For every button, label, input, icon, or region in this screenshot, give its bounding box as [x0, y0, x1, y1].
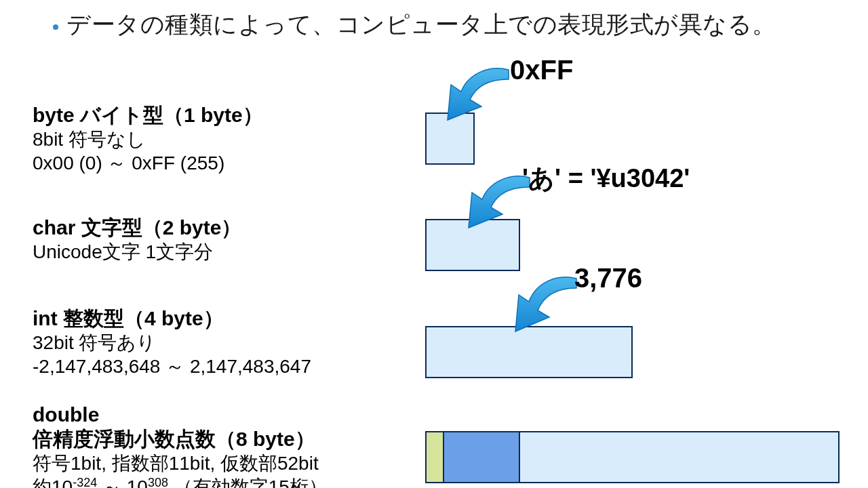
type-block-double: double 倍精度浮動小数点数（8 byte） 符号1bit, 指数部11bi… — [33, 403, 328, 488]
type-line1-double: 符号1bit, 指数部11bit, 仮数部52bit — [33, 451, 328, 475]
dbl-l2-sup2: 308 — [148, 476, 168, 488]
type-block-int: int 整数型（4 byte） 32bit 符号あり -2,147,483,64… — [33, 306, 311, 378]
double-sign-segment — [427, 432, 444, 482]
double-mantissa-segment — [520, 432, 838, 482]
type-title-byte: byte バイト型（1 byte） — [33, 103, 263, 127]
bullet-dot-icon — [53, 24, 58, 30]
dbl-l2-mid: ～ 10 — [97, 476, 148, 488]
double-exponent-segment — [444, 432, 520, 482]
type-title-int: int 整数型（4 byte） — [33, 306, 311, 331]
dbl-l2-suf: （有効数字15桁） — [168, 476, 328, 488]
byte-value-label: 0xFF — [510, 56, 573, 83]
int-value-label: 3,776 — [574, 264, 642, 291]
char-value-label: 'あ' = '¥u3042' — [522, 165, 690, 191]
type-line1-int: 32bit 符号あり — [33, 331, 311, 354]
type-block-char: char 文字型（2 byte） Unicode文字 1文字分 — [33, 216, 241, 264]
type-line2-double: 約10-324 ～ 10308 （有効数字15桁） — [33, 475, 328, 488]
type-line2-int: -2,147,483,648 ～ 2,147,483,647 — [33, 354, 311, 378]
type-title1-double: double — [33, 403, 328, 427]
arrow-icon — [437, 64, 512, 122]
type-line1-byte: 8bit 符号なし — [33, 127, 263, 151]
type-title2-double: 倍精度浮動小数点数（8 byte） — [33, 427, 328, 451]
type-block-byte: byte バイト型（1 byte） 8bit 符号なし 0x00 (0) ～ 0… — [33, 103, 263, 175]
type-line2-byte: 0x00 (0) ～ 0xFF (255) — [33, 151, 263, 175]
type-line1-char: Unicode文字 1文字分 — [33, 240, 241, 264]
double-box — [425, 431, 840, 483]
bullet-text: データの種類によって、コンピュータ上での表現形式が異なる。 — [66, 9, 776, 40]
arrow-icon — [505, 273, 580, 334]
dbl-l2-sup1: -324 — [73, 476, 97, 488]
type-title-char: char 文字型（2 byte） — [33, 216, 241, 240]
dbl-l2-prefix: 約10 — [33, 476, 73, 488]
